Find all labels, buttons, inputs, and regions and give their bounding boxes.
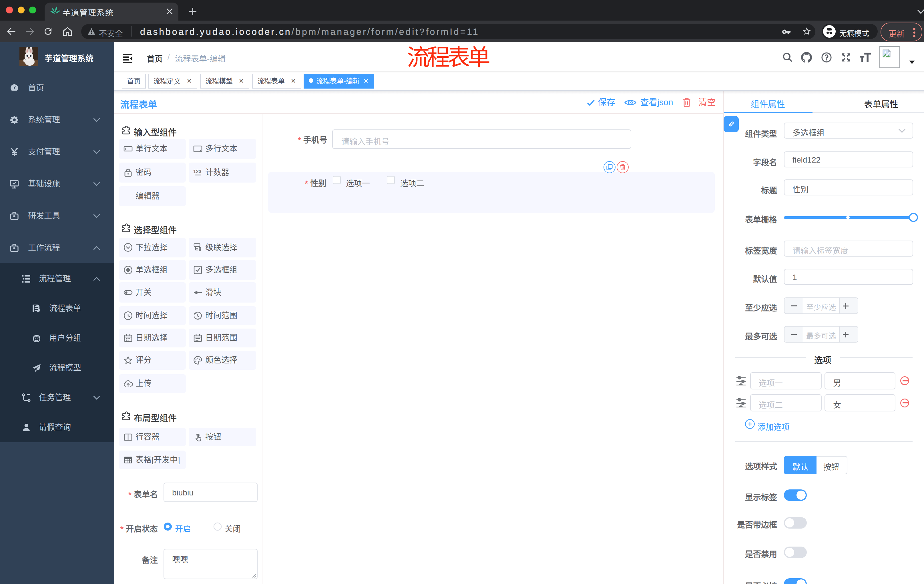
svg-text:123: 123 [193,169,201,174]
